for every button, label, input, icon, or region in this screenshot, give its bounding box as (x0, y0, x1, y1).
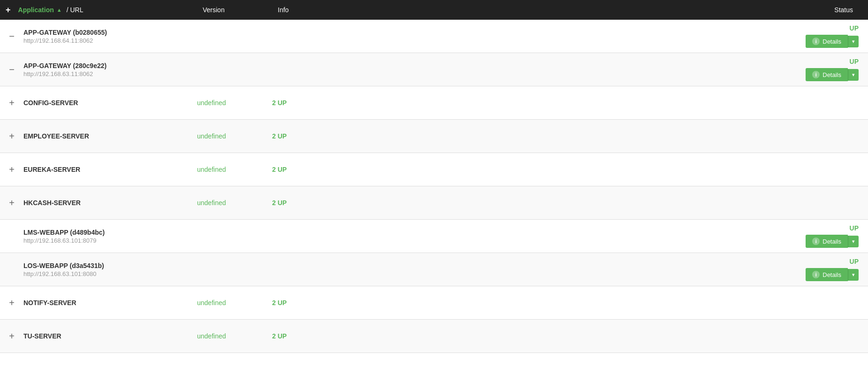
app-url[interactable]: http://192.168.64.11:8062 (23, 37, 197, 44)
app-name-cell: EMPLOYEE-SERVER (23, 128, 197, 145)
status-badge: UP (850, 224, 859, 232)
sort-arrow-icon: ▲ (57, 7, 62, 13)
app-name: NOTIFY-SERVER (23, 299, 197, 307)
details-button[interactable]: iDetails (806, 235, 848, 248)
expand-icon[interactable]: + (0, 298, 23, 308)
app-name: LMS-WEBAPP (d489b4bc) (23, 229, 197, 236)
status-cell: UPiDetails▾ (375, 58, 868, 81)
applications-table: −APP-GATEWAY (b0280655)http://192.168.64… (0, 20, 868, 353)
info-cell: 2 UP (272, 199, 375, 207)
details-button[interactable]: iDetails (806, 35, 848, 48)
status-badge: UP (850, 58, 859, 65)
app-name-cell: LMS-WEBAPP (d489b4bc)http://192.168.63.1… (23, 224, 197, 249)
status-cell: UPiDetails▾ (375, 224, 868, 248)
status-cell: UPiDetails▾ (375, 258, 868, 281)
app-url[interactable]: http://192.168.63.101:8079 (23, 237, 197, 244)
expand-icon[interactable]: + (0, 198, 23, 208)
details-button-group: iDetails▾ (806, 268, 859, 281)
collapse-icon[interactable]: − (0, 31, 23, 42)
details-label: Details (822, 71, 841, 78)
app-column-header[interactable]: Application (18, 6, 54, 14)
app-name: HKCASH-SERVER (23, 199, 197, 207)
app-name-cell: APP-GATEWAY (b0280655)http://192.168.64.… (23, 24, 197, 49)
details-button-group: iDetails▾ (806, 35, 859, 48)
table-header: + Application ▲ / URL Version Info Statu… (0, 0, 868, 20)
version-cell: undefined (197, 166, 272, 173)
details-button[interactable]: iDetails (806, 268, 848, 281)
table-row: +HKCASH-SERVERundefined2 UP (0, 186, 868, 220)
info-cell: 2 UP (272, 99, 375, 107)
info-cell: 2 UP (272, 166, 375, 173)
details-button[interactable]: iDetails (806, 68, 848, 81)
app-name-cell: TU-SERVER (23, 328, 197, 345)
collapse-icon[interactable]: − (0, 64, 23, 75)
details-dropdown-button[interactable]: ▾ (848, 269, 859, 281)
app-name-cell: NOTIFY-SERVER (23, 294, 197, 311)
table-row: −APP-GATEWAY (b0280655)http://192.168.64… (0, 20, 868, 53)
info-icon: i (812, 71, 820, 78)
status-column-header: Status (381, 6, 862, 14)
table-row: LMS-WEBAPP (d489b4bc)http://192.168.63.1… (0, 220, 868, 253)
expand-icon[interactable]: + (0, 164, 23, 175)
app-name-cell: LOS-WEBAPP (d3a5431b)http://192.168.63.1… (23, 257, 197, 282)
details-dropdown-button[interactable]: ▾ (848, 236, 859, 247)
global-add-icon[interactable]: + (6, 5, 11, 15)
app-name-cell: EUREKA-SERVER (23, 161, 197, 178)
app-name: EMPLOYEE-SERVER (23, 132, 197, 140)
info-cell: 2 UP (272, 132, 375, 140)
table-row: +CONFIG-SERVERundefined2 UP (0, 86, 868, 120)
app-name: APP-GATEWAY (b0280655) (23, 29, 197, 36)
version-cell: undefined (197, 199, 272, 207)
expand-icon[interactable]: + (0, 131, 23, 142)
details-label: Details (822, 238, 841, 245)
app-name-cell: APP-GATEWAY (280c9e22)http://192.168.63.… (23, 57, 197, 82)
details-label: Details (822, 38, 841, 45)
version-cell: undefined (197, 299, 272, 307)
version-column-header: Version (203, 6, 278, 14)
info-icon: i (812, 38, 820, 45)
status-badge: UP (850, 24, 859, 32)
table-row: +EUREKA-SERVERundefined2 UP (0, 153, 868, 186)
table-row: +TU-SERVERundefined2 UP (0, 320, 868, 353)
app-url[interactable]: http://192.168.63.101:8080 (23, 270, 197, 277)
app-url[interactable]: http://192.168.63.11:8062 (23, 70, 197, 77)
app-name: TU-SERVER (23, 332, 197, 340)
app-name: CONFIG-SERVER (23, 99, 197, 107)
status-badge: UP (850, 258, 859, 265)
details-dropdown-button[interactable]: ▾ (848, 36, 859, 47)
details-button-group: iDetails▾ (806, 235, 859, 248)
expand-icon[interactable]: + (0, 331, 23, 342)
info-cell: 2 UP (272, 299, 375, 307)
version-cell: undefined (197, 99, 272, 107)
app-name-cell: HKCASH-SERVER (23, 194, 197, 211)
info-icon: i (812, 238, 820, 245)
version-cell: undefined (197, 332, 272, 340)
table-row: +EMPLOYEE-SERVERundefined2 UP (0, 120, 868, 153)
info-column-header: Info (278, 6, 381, 14)
app-name: APP-GATEWAY (280c9e22) (23, 62, 197, 69)
details-dropdown-button[interactable]: ▾ (848, 69, 859, 81)
app-name: LOS-WEBAPP (d3a5431b) (23, 262, 197, 269)
status-cell: UPiDetails▾ (375, 24, 868, 48)
expand-icon[interactable]: + (0, 98, 23, 108)
table-row: −APP-GATEWAY (280c9e22)http://192.168.63… (0, 53, 868, 86)
url-column-header: / URL (67, 6, 84, 14)
table-row: LOS-WEBAPP (d3a5431b)http://192.168.63.1… (0, 253, 868, 286)
table-row: +NOTIFY-SERVERundefined2 UP (0, 286, 868, 320)
info-cell: 2 UP (272, 332, 375, 340)
details-label: Details (822, 271, 841, 278)
version-cell: undefined (197, 132, 272, 140)
app-name-cell: CONFIG-SERVER (23, 94, 197, 111)
info-icon: i (812, 271, 820, 278)
details-button-group: iDetails▾ (806, 68, 859, 81)
app-name: EUREKA-SERVER (23, 166, 197, 173)
